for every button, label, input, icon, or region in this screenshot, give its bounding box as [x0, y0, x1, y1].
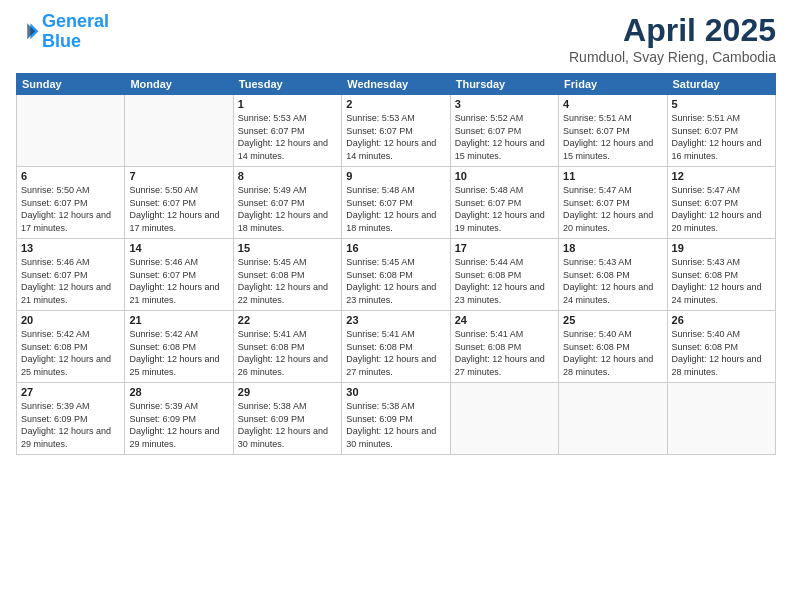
- calendar-day-cell: 19Sunrise: 5:43 AM Sunset: 6:08 PM Dayli…: [667, 239, 775, 311]
- calendar-day-cell: 26Sunrise: 5:40 AM Sunset: 6:08 PM Dayli…: [667, 311, 775, 383]
- day-info: Sunrise: 5:48 AM Sunset: 6:07 PM Dayligh…: [346, 184, 445, 234]
- day-number: 22: [238, 314, 337, 326]
- weekday-header: Thursday: [450, 74, 558, 95]
- calendar-week-row: 20Sunrise: 5:42 AM Sunset: 6:08 PM Dayli…: [17, 311, 776, 383]
- calendar-day-cell: 22Sunrise: 5:41 AM Sunset: 6:08 PM Dayli…: [233, 311, 341, 383]
- calendar-day-cell: 9Sunrise: 5:48 AM Sunset: 6:07 PM Daylig…: [342, 167, 450, 239]
- day-info: Sunrise: 5:53 AM Sunset: 6:07 PM Dayligh…: [346, 112, 445, 162]
- day-number: 30: [346, 386, 445, 398]
- weekday-header: Wednesday: [342, 74, 450, 95]
- calendar-day-cell: 6Sunrise: 5:50 AM Sunset: 6:07 PM Daylig…: [17, 167, 125, 239]
- logo-icon: [16, 20, 40, 44]
- day-number: 3: [455, 98, 554, 110]
- day-number: 25: [563, 314, 662, 326]
- day-number: 8: [238, 170, 337, 182]
- day-number: 28: [129, 386, 228, 398]
- day-number: 29: [238, 386, 337, 398]
- logo-text: General Blue: [42, 12, 109, 52]
- day-info: Sunrise: 5:41 AM Sunset: 6:08 PM Dayligh…: [238, 328, 337, 378]
- day-number: 19: [672, 242, 771, 254]
- day-info: Sunrise: 5:50 AM Sunset: 6:07 PM Dayligh…: [129, 184, 228, 234]
- day-info: Sunrise: 5:44 AM Sunset: 6:08 PM Dayligh…: [455, 256, 554, 306]
- day-info: Sunrise: 5:52 AM Sunset: 6:07 PM Dayligh…: [455, 112, 554, 162]
- day-info: Sunrise: 5:41 AM Sunset: 6:08 PM Dayligh…: [455, 328, 554, 378]
- day-number: 21: [129, 314, 228, 326]
- calendar-day-cell: 14Sunrise: 5:46 AM Sunset: 6:07 PM Dayli…: [125, 239, 233, 311]
- day-info: Sunrise: 5:43 AM Sunset: 6:08 PM Dayligh…: [672, 256, 771, 306]
- day-number: 6: [21, 170, 120, 182]
- calendar-day-cell: 17Sunrise: 5:44 AM Sunset: 6:08 PM Dayli…: [450, 239, 558, 311]
- calendar-day-cell: 21Sunrise: 5:42 AM Sunset: 6:08 PM Dayli…: [125, 311, 233, 383]
- header-row: SundayMondayTuesdayWednesdayThursdayFrid…: [17, 74, 776, 95]
- day-info: Sunrise: 5:38 AM Sunset: 6:09 PM Dayligh…: [346, 400, 445, 450]
- day-info: Sunrise: 5:47 AM Sunset: 6:07 PM Dayligh…: [563, 184, 662, 234]
- day-info: Sunrise: 5:39 AM Sunset: 6:09 PM Dayligh…: [129, 400, 228, 450]
- calendar-day-cell: [125, 95, 233, 167]
- day-info: Sunrise: 5:50 AM Sunset: 6:07 PM Dayligh…: [21, 184, 120, 234]
- calendar-day-cell: 1Sunrise: 5:53 AM Sunset: 6:07 PM Daylig…: [233, 95, 341, 167]
- day-number: 10: [455, 170, 554, 182]
- day-number: 9: [346, 170, 445, 182]
- calendar-day-cell: 16Sunrise: 5:45 AM Sunset: 6:08 PM Dayli…: [342, 239, 450, 311]
- day-number: 5: [672, 98, 771, 110]
- calendar-day-cell: 15Sunrise: 5:45 AM Sunset: 6:08 PM Dayli…: [233, 239, 341, 311]
- weekday-header: Monday: [125, 74, 233, 95]
- day-number: 16: [346, 242, 445, 254]
- calendar-title: April 2025: [569, 12, 776, 49]
- day-number: 23: [346, 314, 445, 326]
- calendar-week-row: 27Sunrise: 5:39 AM Sunset: 6:09 PM Dayli…: [17, 383, 776, 455]
- day-info: Sunrise: 5:46 AM Sunset: 6:07 PM Dayligh…: [21, 256, 120, 306]
- calendar-day-cell: 7Sunrise: 5:50 AM Sunset: 6:07 PM Daylig…: [125, 167, 233, 239]
- day-number: 11: [563, 170, 662, 182]
- day-info: Sunrise: 5:45 AM Sunset: 6:08 PM Dayligh…: [238, 256, 337, 306]
- day-info: Sunrise: 5:45 AM Sunset: 6:08 PM Dayligh…: [346, 256, 445, 306]
- day-number: 1: [238, 98, 337, 110]
- calendar-day-cell: 24Sunrise: 5:41 AM Sunset: 6:08 PM Dayli…: [450, 311, 558, 383]
- calendar-day-cell: [17, 95, 125, 167]
- calendar-day-cell: 29Sunrise: 5:38 AM Sunset: 6:09 PM Dayli…: [233, 383, 341, 455]
- title-block: April 2025 Rumduol, Svay Rieng, Cambodia: [569, 12, 776, 65]
- calendar-day-cell: 3Sunrise: 5:52 AM Sunset: 6:07 PM Daylig…: [450, 95, 558, 167]
- day-info: Sunrise: 5:42 AM Sunset: 6:08 PM Dayligh…: [21, 328, 120, 378]
- calendar-table: SundayMondayTuesdayWednesdayThursdayFrid…: [16, 73, 776, 455]
- day-info: Sunrise: 5:42 AM Sunset: 6:08 PM Dayligh…: [129, 328, 228, 378]
- day-info: Sunrise: 5:48 AM Sunset: 6:07 PM Dayligh…: [455, 184, 554, 234]
- day-number: 13: [21, 242, 120, 254]
- day-number: 20: [21, 314, 120, 326]
- day-number: 27: [21, 386, 120, 398]
- calendar-day-cell: 12Sunrise: 5:47 AM Sunset: 6:07 PM Dayli…: [667, 167, 775, 239]
- day-number: 18: [563, 242, 662, 254]
- day-number: 2: [346, 98, 445, 110]
- day-info: Sunrise: 5:39 AM Sunset: 6:09 PM Dayligh…: [21, 400, 120, 450]
- header: General Blue April 2025 Rumduol, Svay Ri…: [16, 12, 776, 65]
- day-number: 15: [238, 242, 337, 254]
- day-number: 24: [455, 314, 554, 326]
- calendar-day-cell: [559, 383, 667, 455]
- day-info: Sunrise: 5:53 AM Sunset: 6:07 PM Dayligh…: [238, 112, 337, 162]
- day-info: Sunrise: 5:46 AM Sunset: 6:07 PM Dayligh…: [129, 256, 228, 306]
- calendar-day-cell: 11Sunrise: 5:47 AM Sunset: 6:07 PM Dayli…: [559, 167, 667, 239]
- weekday-header: Saturday: [667, 74, 775, 95]
- calendar-day-cell: 5Sunrise: 5:51 AM Sunset: 6:07 PM Daylig…: [667, 95, 775, 167]
- calendar-week-row: 13Sunrise: 5:46 AM Sunset: 6:07 PM Dayli…: [17, 239, 776, 311]
- day-info: Sunrise: 5:51 AM Sunset: 6:07 PM Dayligh…: [672, 112, 771, 162]
- day-number: 26: [672, 314, 771, 326]
- weekday-header: Tuesday: [233, 74, 341, 95]
- calendar-day-cell: 27Sunrise: 5:39 AM Sunset: 6:09 PM Dayli…: [17, 383, 125, 455]
- calendar-day-cell: 20Sunrise: 5:42 AM Sunset: 6:08 PM Dayli…: [17, 311, 125, 383]
- calendar-day-cell: 23Sunrise: 5:41 AM Sunset: 6:08 PM Dayli…: [342, 311, 450, 383]
- day-info: Sunrise: 5:40 AM Sunset: 6:08 PM Dayligh…: [563, 328, 662, 378]
- day-info: Sunrise: 5:47 AM Sunset: 6:07 PM Dayligh…: [672, 184, 771, 234]
- weekday-header: Sunday: [17, 74, 125, 95]
- calendar-day-cell: 25Sunrise: 5:40 AM Sunset: 6:08 PM Dayli…: [559, 311, 667, 383]
- day-info: Sunrise: 5:40 AM Sunset: 6:08 PM Dayligh…: [672, 328, 771, 378]
- day-info: Sunrise: 5:41 AM Sunset: 6:08 PM Dayligh…: [346, 328, 445, 378]
- calendar-week-row: 1Sunrise: 5:53 AM Sunset: 6:07 PM Daylig…: [17, 95, 776, 167]
- day-info: Sunrise: 5:49 AM Sunset: 6:07 PM Dayligh…: [238, 184, 337, 234]
- page: General Blue April 2025 Rumduol, Svay Ri…: [0, 0, 792, 612]
- day-number: 7: [129, 170, 228, 182]
- calendar-day-cell: 10Sunrise: 5:48 AM Sunset: 6:07 PM Dayli…: [450, 167, 558, 239]
- day-number: 17: [455, 242, 554, 254]
- calendar-day-cell: 8Sunrise: 5:49 AM Sunset: 6:07 PM Daylig…: [233, 167, 341, 239]
- day-info: Sunrise: 5:38 AM Sunset: 6:09 PM Dayligh…: [238, 400, 337, 450]
